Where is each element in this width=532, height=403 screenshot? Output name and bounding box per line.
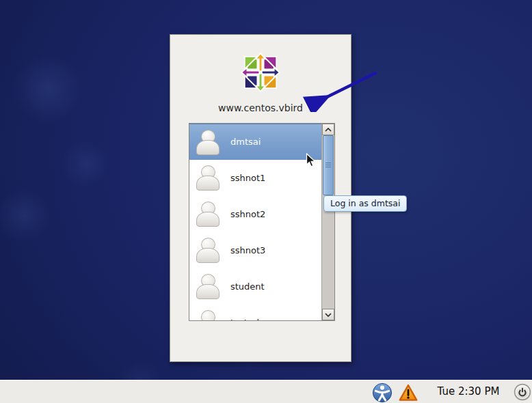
user-avatar-icon xyxy=(195,201,221,227)
user-avatar-icon xyxy=(195,165,221,191)
chevron-up-icon xyxy=(325,128,332,132)
user-rows: dmtsai sshnot1 sshnot2 sshnot3 student xyxy=(189,124,321,320)
scrollbar-thumb[interactable] xyxy=(323,135,334,195)
username-label: testssh xyxy=(230,305,263,320)
scrollbar-grip xyxy=(325,165,331,165)
user-list-scrollbar[interactable] xyxy=(321,124,334,320)
user-avatar-icon xyxy=(195,309,221,320)
user-avatar-icon xyxy=(195,237,221,263)
username-label: dmtsai xyxy=(230,124,261,160)
username-label: sshnot1 xyxy=(230,160,265,196)
login-tooltip: Log in as dmtsai xyxy=(323,195,407,212)
user-row-student[interactable]: student xyxy=(189,268,321,305)
power-button[interactable] xyxy=(514,383,531,401)
username-label: student xyxy=(230,268,265,305)
clock-label: Tue 2:30 PM xyxy=(431,380,506,403)
user-avatar-icon xyxy=(195,129,221,155)
scroll-up-button[interactable] xyxy=(322,124,334,135)
taskbar: Tue 2:30 PM xyxy=(0,380,532,403)
username-label: sshnot2 xyxy=(230,196,265,232)
user-row-clipped[interactable]: testssh xyxy=(189,305,321,320)
user-avatar-icon xyxy=(195,273,221,299)
user-row-dmtsai[interactable]: dmtsai xyxy=(189,124,321,160)
hostname-label: www.centos.vbird xyxy=(170,102,351,113)
scroll-down-button[interactable] xyxy=(322,309,334,320)
chevron-down-icon xyxy=(325,313,332,317)
user-row-sshnot3[interactable]: sshnot3 xyxy=(189,232,321,268)
accessibility-icon[interactable] xyxy=(372,383,393,403)
login-screen: www.centos.vbird dmtsai sshnot1 sshnot2 xyxy=(0,0,532,403)
username-label: sshnot3 xyxy=(230,232,265,268)
mouse-cursor xyxy=(306,153,316,167)
user-row-sshnot1[interactable]: sshnot1 xyxy=(189,160,321,196)
centos-logo-icon xyxy=(241,53,280,92)
warning-icon[interactable] xyxy=(399,383,418,402)
user-row-sshnot2[interactable]: sshnot2 xyxy=(189,196,321,232)
